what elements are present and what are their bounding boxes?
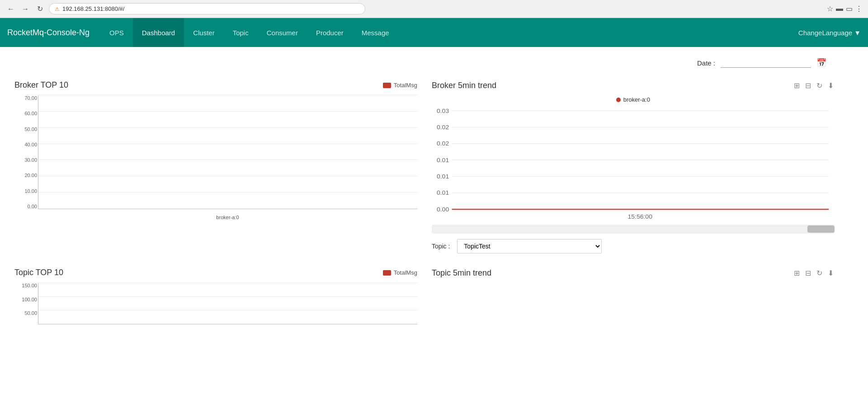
svg-text:0.00: 0.00 bbox=[437, 206, 449, 213]
topic-top10-legend: TotalMsg bbox=[383, 269, 417, 276]
address-bar[interactable]: ⚠ 192.168.25.131:8080/#/ bbox=[49, 3, 365, 14]
topic-expand-icon[interactable]: ⊞ bbox=[793, 268, 801, 278]
y-label-10: 10.00 bbox=[14, 188, 37, 194]
svg-text:0.01: 0.01 bbox=[437, 157, 449, 163]
bottom-charts-row: Topic TOP 10 TotalMsg 50.00 100.00 150.0… bbox=[14, 268, 854, 337]
change-language-button[interactable]: ChangeLanguage ▼ bbox=[798, 29, 861, 37]
refresh-button[interactable]: ↻ bbox=[34, 4, 45, 14]
top-charts-row: Broker TOP 10 TotalMsg 0.00 10.00 20.00 … bbox=[14, 80, 854, 253]
date-input[interactable] bbox=[721, 58, 811, 68]
topic-y-100: 100.00 bbox=[14, 297, 37, 302]
navbar-item-topic[interactable]: Topic bbox=[224, 18, 258, 47]
navbar-brand[interactable]: RocketMq-Console-Ng bbox=[7, 28, 90, 37]
chevron-down-icon: ▼ bbox=[854, 29, 861, 37]
forward-button[interactable]: → bbox=[20, 4, 31, 14]
topic-top10-panel: Topic TOP 10 TotalMsg 50.00 100.00 150.0… bbox=[14, 268, 417, 337]
svg-text:15:56:00: 15:56:00 bbox=[627, 213, 652, 220]
expand-icon[interactable]: ⊞ bbox=[793, 80, 801, 91]
broker-5min-chart-area: 0.03 0.02 0.02 0.01 0.01 0.01 0.00 bbox=[432, 107, 835, 221]
y-label-30: 30.00 bbox=[14, 157, 37, 163]
topic-download-icon[interactable]: ⬇ bbox=[827, 268, 835, 278]
topic-5min-trend-panel: Topic 5min trend ⊞ ⊟ ↻ ⬇ bbox=[432, 268, 835, 337]
broker-legend-label: broker-a:0 bbox=[623, 96, 650, 103]
topic-chart-area bbox=[38, 283, 417, 324]
topic-top10-title: Topic TOP 10 bbox=[14, 268, 63, 277]
main-content: Date : 📅 Broker TOP 10 TotalMsg 0.00 10.… bbox=[0, 47, 868, 398]
broker-top10-chart: 0.00 10.00 20.00 30.00 40.00 50.00 60.00… bbox=[14, 95, 417, 222]
topic-y-axis: 50.00 100.00 150.00 bbox=[14, 283, 37, 324]
svg-text:0.02: 0.02 bbox=[437, 140, 449, 147]
back-button[interactable]: ← bbox=[5, 4, 16, 14]
broker-legend-item: broker-a:0 bbox=[616, 96, 650, 103]
broker-top10-header: Broker TOP 10 TotalMsg bbox=[14, 80, 417, 90]
svg-text:0.02: 0.02 bbox=[437, 124, 449, 131]
broker-5min-actions: ⊞ ⊟ ↻ ⬇ bbox=[793, 80, 835, 91]
broker-legend-dot bbox=[616, 98, 621, 102]
topic-refresh-icon[interactable]: ↻ bbox=[816, 268, 823, 278]
topic-fullscreen-icon[interactable]: ⊟ bbox=[804, 268, 812, 278]
change-language-label: ChangeLanguage bbox=[798, 29, 852, 37]
download-icon[interactable]: ⬇ bbox=[827, 80, 835, 91]
navbar: RocketMq-Console-Ng OPS Dashboard Cluste… bbox=[0, 18, 868, 47]
navbar-right: ChangeLanguage ▼ bbox=[798, 29, 861, 37]
y-label-50: 50.00 bbox=[14, 126, 37, 132]
security-warning-icon: ⚠ bbox=[55, 6, 60, 12]
topic-top10-chart: 50.00 100.00 150.00 bbox=[14, 283, 417, 337]
topic-label: Topic : bbox=[432, 243, 450, 250]
topic-5min-actions: ⊞ ⊟ ↻ ⬇ bbox=[793, 268, 835, 278]
profile-icon[interactable]: ▬ bbox=[836, 5, 843, 13]
broker-chart-area bbox=[38, 95, 417, 209]
menu-icon[interactable]: ⋮ bbox=[855, 5, 863, 13]
browser-actions: ☆ ▬ ▭ ⋮ bbox=[827, 5, 863, 13]
date-row: Date : 📅 bbox=[14, 58, 854, 68]
broker-x-label-0: broker-a:0 bbox=[38, 215, 417, 220]
broker-5min-legend: broker-a:0 bbox=[432, 96, 835, 103]
broker-top10-legend-label: TotalMsg bbox=[394, 82, 417, 89]
navbar-item-producer[interactable]: Producer bbox=[307, 18, 353, 47]
broker-y-axis: 0.00 10.00 20.00 30.00 40.00 50.00 60.00… bbox=[14, 95, 37, 209]
broker-5min-scrollbar[interactable] bbox=[432, 225, 835, 234]
y-label-0: 0.00 bbox=[14, 204, 37, 209]
broker-5min-header: Broker 5min trend ⊞ ⊟ ↻ ⬇ bbox=[432, 80, 835, 91]
broker-5min-title: Broker 5min trend bbox=[432, 81, 496, 90]
navbar-item-ops[interactable]: OPS bbox=[100, 18, 133, 47]
y-label-40: 40.00 bbox=[14, 142, 37, 147]
navbar-item-message[interactable]: Message bbox=[353, 18, 398, 47]
broker-top10-panel: Broker TOP 10 TotalMsg 0.00 10.00 20.00 … bbox=[14, 80, 417, 253]
browser-chrome: ← → ↻ ⚠ 192.168.25.131:8080/#/ ☆ ▬ ▭ ⋮ bbox=[0, 0, 868, 18]
calendar-icon[interactable]: 📅 bbox=[816, 58, 826, 68]
svg-text:0.03: 0.03 bbox=[437, 108, 449, 114]
fullscreen-icon[interactable]: ⊟ bbox=[804, 80, 812, 91]
navbar-item-consumer[interactable]: Consumer bbox=[258, 18, 307, 47]
star-icon[interactable]: ☆ bbox=[827, 5, 833, 13]
navbar-item-dashboard[interactable]: Dashboard bbox=[133, 18, 184, 47]
y-label-20: 20.00 bbox=[14, 173, 37, 178]
topic-top10-header: Topic TOP 10 TotalMsg bbox=[14, 268, 417, 277]
broker-5min-trend-panel: Broker 5min trend ⊞ ⊟ ↻ ⬇ broker-a:0 bbox=[432, 80, 835, 253]
topic-selector-row: Topic : TopicTest bbox=[432, 239, 835, 253]
topic-top10-legend-label: TotalMsg bbox=[394, 269, 417, 276]
broker-5min-svg: 0.03 0.02 0.02 0.01 0.01 0.01 0.00 bbox=[432, 107, 835, 220]
y-label-60: 60.00 bbox=[14, 111, 37, 116]
svg-text:0.01: 0.01 bbox=[437, 173, 449, 180]
broker-top10-legend: TotalMsg bbox=[383, 82, 417, 89]
broker-top10-legend-dot bbox=[383, 83, 391, 88]
navbar-items: OPS Dashboard Cluster Topic Consumer Pro… bbox=[100, 18, 798, 47]
url-text: 192.168.25.131:8080/#/ bbox=[62, 5, 124, 12]
navbar-item-cluster[interactable]: Cluster bbox=[184, 18, 224, 47]
topic-top10-legend-dot bbox=[383, 270, 391, 276]
broker-5min-scrollbar-thumb bbox=[807, 225, 835, 233]
topic-select[interactable]: TopicTest bbox=[457, 239, 602, 253]
y-label-70: 70.00 bbox=[14, 95, 37, 101]
broker-bars-area bbox=[47, 95, 408, 209]
broker-top10-title: Broker TOP 10 bbox=[14, 80, 68, 90]
extensions-icon[interactable]: ▭ bbox=[846, 5, 853, 13]
topic-5min-title: Topic 5min trend bbox=[432, 268, 491, 278]
topic-5min-header: Topic 5min trend ⊞ ⊟ ↻ ⬇ bbox=[432, 268, 835, 278]
date-label: Date : bbox=[697, 59, 715, 67]
topic-y-150: 150.00 bbox=[14, 283, 37, 288]
svg-text:0.01: 0.01 bbox=[437, 190, 449, 196]
topic-y-50: 50.00 bbox=[14, 310, 37, 316]
refresh-icon[interactable]: ↻ bbox=[816, 80, 823, 91]
